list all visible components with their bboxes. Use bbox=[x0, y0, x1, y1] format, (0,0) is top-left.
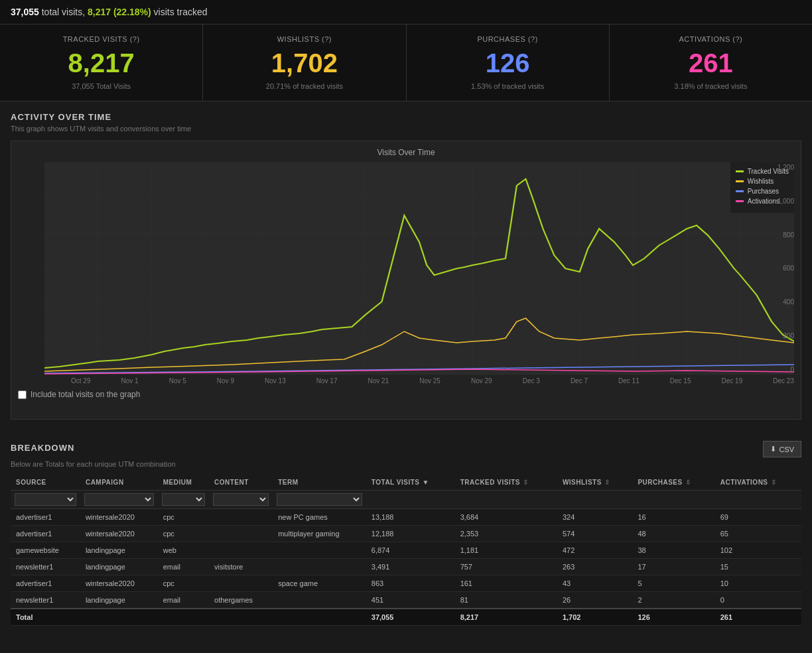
filter-select-content[interactable] bbox=[213, 493, 269, 506]
cell-purchases: 17 bbox=[632, 559, 714, 575]
filter-row[interactable] bbox=[11, 491, 801, 509]
cell-campaign: landingpage bbox=[80, 592, 158, 609]
table-row: advertiser1wintersale2020cpcmultiplayer … bbox=[11, 526, 801, 542]
breakdown-table: SOURCECAMPAIGNMEDIUMCONTENTTERMTOTAL VIS… bbox=[11, 475, 801, 626]
activity-sub: This graph shows UTM visits and conversi… bbox=[11, 125, 801, 133]
total-cell-campaign bbox=[80, 609, 158, 626]
total-cell-source: Total bbox=[11, 609, 80, 626]
csv-download-button[interactable]: ⬇ CSV bbox=[763, 441, 801, 457]
total-cell-term bbox=[273, 609, 366, 626]
filter-select-medium[interactable] bbox=[162, 493, 205, 506]
stat-label-purchases: PURCHASES (?) bbox=[417, 35, 598, 43]
filter-content[interactable] bbox=[209, 491, 273, 509]
cell-source: gamewebsite bbox=[11, 542, 80, 559]
column-headers-row: SOURCECAMPAIGNMEDIUMCONTENTTERMTOTAL VIS… bbox=[11, 475, 801, 491]
chart-title: Visits Over Time bbox=[18, 148, 794, 157]
x-axis-label: Nov 29 bbox=[471, 377, 492, 385]
filter-campaign[interactable] bbox=[80, 491, 158, 509]
cell-wishlists: 324 bbox=[557, 509, 633, 526]
activity-section: ACTIVITY OVER TIME This graph shows UTM … bbox=[0, 101, 812, 430]
col-header-source[interactable]: SOURCE bbox=[11, 475, 80, 491]
stat-sub-tracked-visits: 37,055 Total Visits bbox=[11, 82, 192, 90]
col-header-term[interactable]: TERM bbox=[273, 475, 366, 491]
col-header-total_visits[interactable]: TOTAL VISITS▼ bbox=[366, 475, 455, 491]
include-total-label: Include total visits on the graph bbox=[31, 390, 140, 399]
cell-wishlists: 574 bbox=[557, 526, 633, 542]
filter-select-campaign[interactable] bbox=[84, 493, 154, 506]
stat-value-tracked-visits: 8,217 bbox=[11, 48, 192, 78]
table-body: advertiser1wintersale2020cpcnew PC games… bbox=[11, 509, 801, 626]
x-axis-label: Dec 19 bbox=[722, 377, 743, 385]
legend-color bbox=[736, 170, 744, 172]
cell-source: newsletter1 bbox=[11, 592, 80, 609]
cell-source: advertiser1 bbox=[11, 575, 80, 592]
x-axis-label: Nov 21 bbox=[368, 377, 389, 385]
col-header-medium[interactable]: MEDIUM bbox=[158, 475, 209, 491]
table-row: newsletter1landingpageemailvisitstore3,4… bbox=[11, 559, 801, 575]
table-row: advertiser1wintersale2020cpcnew PC games… bbox=[11, 509, 801, 526]
y-axis-label: 0 bbox=[768, 366, 794, 373]
stat-card-wishlists: WISHLISTS (?) 1,702 20.71% of tracked vi… bbox=[203, 25, 406, 101]
y-axis-label: 200 bbox=[768, 332, 794, 339]
include-total-checkbox[interactable] bbox=[18, 390, 27, 399]
col-header-tracked_visits[interactable]: TRACKED VISITS⇕ bbox=[455, 475, 557, 491]
x-axis-label: Nov 13 bbox=[265, 377, 286, 385]
include-checkbox-container: Include total visits on the graph bbox=[18, 390, 794, 399]
chart-container: Visits Over Time bbox=[11, 141, 801, 420]
sort-icon: ▼ bbox=[423, 479, 429, 486]
filter-medium[interactable] bbox=[158, 491, 209, 509]
tracked-visits-value: 8,217 bbox=[88, 7, 111, 17]
x-axis-labels: Oct 29Nov 1Nov 5Nov 9Nov 13Nov 17Nov 21N… bbox=[44, 375, 794, 385]
total-cell-activations: 261 bbox=[715, 609, 801, 626]
stat-label-tracked-visits: TRACKED VISITS (?) bbox=[11, 35, 192, 43]
cell-medium: cpc bbox=[158, 526, 209, 542]
cell-term: new PC games bbox=[273, 509, 366, 526]
col-header-content[interactable]: CONTENT bbox=[209, 475, 273, 491]
col-header-wishlists[interactable]: WISHLISTS⇕ bbox=[557, 475, 633, 491]
filter-term[interactable] bbox=[273, 491, 366, 509]
x-axis-label: Oct 29 bbox=[71, 377, 90, 385]
filter-purchases[interactable] bbox=[632, 491, 714, 509]
y-axis-labels: 1,2001,0008006004002000 bbox=[768, 162, 794, 375]
download-icon: ⬇ bbox=[770, 445, 776, 453]
col-header-campaign[interactable]: CAMPAIGN bbox=[80, 475, 158, 491]
stat-label-activations: ACTIVATIONS (?) bbox=[620, 35, 801, 43]
stat-value-activations: 261 bbox=[620, 48, 801, 78]
stat-sub-purchases: 1.53% of tracked visits bbox=[417, 82, 598, 90]
cell-purchases: 2 bbox=[632, 592, 714, 609]
cell-total_visits: 863 bbox=[366, 575, 455, 592]
legend-color bbox=[736, 180, 744, 182]
filter-activations[interactable] bbox=[715, 491, 801, 509]
stat-label-wishlists: WISHLISTS (?) bbox=[214, 35, 395, 43]
cell-tracked_visits: 161 bbox=[455, 575, 557, 592]
cell-medium: email bbox=[158, 592, 209, 609]
chart-svg bbox=[44, 162, 794, 375]
total-visits-value: 37,055 bbox=[11, 7, 39, 17]
sort-icon: ⇕ bbox=[685, 479, 691, 486]
table-row: advertiser1wintersale2020cpcspace game86… bbox=[11, 575, 801, 592]
filter-select-source[interactable] bbox=[15, 493, 76, 506]
y-axis-label: 400 bbox=[768, 298, 794, 306]
cell-wishlists: 472 bbox=[557, 542, 633, 559]
total-visits-label: total visits, bbox=[42, 7, 85, 17]
cell-source: advertiser1 bbox=[11, 526, 80, 542]
stat-sub-activations: 3.18% of tracked visits bbox=[620, 82, 801, 90]
cell-purchases: 38 bbox=[632, 542, 714, 559]
filter-total_visits[interactable] bbox=[366, 491, 455, 509]
col-header-activations[interactable]: ACTIVATIONS⇕ bbox=[715, 475, 801, 491]
x-axis-label: Nov 25 bbox=[419, 377, 440, 385]
legend-color bbox=[736, 200, 744, 202]
x-axis-label: Dec 23 bbox=[773, 377, 794, 385]
cell-content bbox=[209, 575, 273, 592]
filter-wishlists[interactable] bbox=[557, 491, 633, 509]
stat-value-purchases: 126 bbox=[417, 48, 598, 78]
filter-source[interactable] bbox=[11, 491, 80, 509]
filter-select-term[interactable] bbox=[277, 493, 362, 506]
cell-medium: email bbox=[158, 559, 209, 575]
cell-source: advertiser1 bbox=[11, 509, 80, 526]
x-axis-label: Dec 11 bbox=[618, 377, 640, 385]
cell-purchases: 48 bbox=[632, 526, 714, 542]
col-header-purchases[interactable]: PURCHASES⇕ bbox=[632, 475, 714, 491]
filter-tracked_visits[interactable] bbox=[455, 491, 557, 509]
cell-tracked_visits: 1,181 bbox=[455, 542, 557, 559]
